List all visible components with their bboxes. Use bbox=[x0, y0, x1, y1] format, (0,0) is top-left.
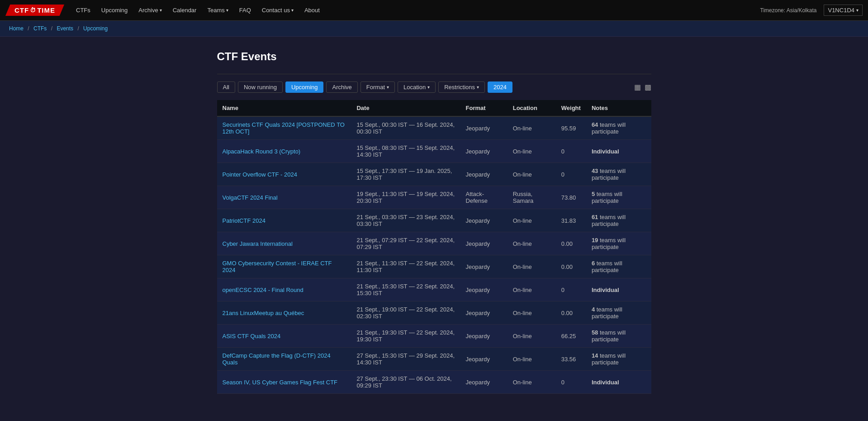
filter-now-running[interactable]: Now running bbox=[238, 81, 283, 93]
filter-archive[interactable]: Archive bbox=[326, 81, 357, 93]
nav-upcoming[interactable]: Upcoming bbox=[97, 5, 133, 15]
event-date: 27 Sept., 15:30 IST — 29 Sept. 2024, 14:… bbox=[351, 348, 460, 371]
events-table: Name Date Format Location Weight Notes S… bbox=[217, 100, 651, 394]
event-weight: 0.00 bbox=[556, 255, 586, 278]
navbar-right: Timezone: Asia/Kolkata V1NC1D4 bbox=[760, 5, 863, 16]
event-date: 15 Sept., 00:30 IST — 16 Sept. 2024, 00:… bbox=[351, 116, 460, 140]
event-format: Jeopardy bbox=[460, 209, 508, 232]
event-format: Jeopardy bbox=[460, 301, 508, 325]
main-content: CTF Events All Now running Upcoming Arch… bbox=[208, 50, 660, 394]
event-location: On-line bbox=[508, 209, 556, 232]
event-name-cell: Securinets CTF Quals 2024 [POSTPONED TO … bbox=[217, 116, 351, 140]
event-name-link[interactable]: openECSC 2024 - Final Round bbox=[223, 287, 304, 293]
event-notes: 6 teams will participate bbox=[586, 255, 651, 278]
event-location: On-line bbox=[508, 348, 556, 371]
event-name-cell: PatriotCTF 2024 bbox=[217, 209, 351, 232]
col-format: Format bbox=[460, 100, 508, 116]
event-name-link[interactable]: DefCamp Capture the Flag (D-CTF) 2024 Qu… bbox=[223, 352, 331, 366]
filter-all[interactable]: All bbox=[217, 81, 235, 93]
rss-icon[interactable]: ▦ bbox=[634, 83, 641, 91]
event-name-link[interactable]: AlpacaHack Round 3 (Crypto) bbox=[223, 148, 301, 155]
event-name-link[interactable]: GMO Cybersecurity Contest - IERAE CTF 20… bbox=[223, 260, 332, 273]
event-name-link[interactable]: 21ans LinuxMeetup au Québec bbox=[223, 310, 304, 316]
event-format: Jeopardy bbox=[460, 348, 508, 371]
filter-format[interactable]: Format bbox=[360, 81, 395, 93]
nav-contact[interactable]: Contact us bbox=[257, 5, 298, 15]
event-date: 19 Sept., 11:30 IST — 19 Sept. 2024, 20:… bbox=[351, 186, 460, 209]
table-row: 21ans LinuxMeetup au Québec21 Sept., 19:… bbox=[217, 301, 651, 325]
event-name-link[interactable]: Securinets CTF Quals 2024 [POSTPONED TO … bbox=[223, 121, 345, 135]
feed-icon[interactable]: ▩ bbox=[645, 83, 651, 91]
event-name-cell: openECSC 2024 - Final Round bbox=[217, 278, 351, 301]
event-format: Jeopardy bbox=[460, 163, 508, 186]
event-name-link[interactable]: Season IV, US Cyber Games Flag Fest CTF bbox=[223, 379, 338, 386]
event-weight: 0 bbox=[556, 278, 586, 301]
event-date: 27 Sept., 23:30 IST — 06 Oct. 2024, 09:2… bbox=[351, 371, 460, 394]
event-date: 21 Sept., 11:30 IST — 22 Sept. 2024, 11:… bbox=[351, 255, 460, 278]
table-row: Pointer Overflow CTF - 202415 Sept., 17:… bbox=[217, 163, 651, 186]
nav-about[interactable]: About bbox=[300, 5, 324, 15]
nav-calendar[interactable]: Calendar bbox=[168, 5, 201, 15]
nav-ctfs[interactable]: CTFs bbox=[71, 5, 95, 15]
breadcrumb-sep-2: / bbox=[51, 25, 54, 32]
event-name-cell: Cyber Jawara International bbox=[217, 232, 351, 255]
event-name-link[interactable]: Cyber Jawara International bbox=[223, 240, 293, 247]
event-name-cell: AlpacaHack Round 3 (Crypto) bbox=[217, 140, 351, 163]
event-location: On-line bbox=[508, 278, 556, 301]
table-row: PatriotCTF 202421 Sept., 03:30 IST — 23 … bbox=[217, 209, 651, 232]
event-notes: Individual bbox=[586, 371, 651, 394]
table-row: Securinets CTF Quals 2024 [POSTPONED TO … bbox=[217, 116, 651, 140]
event-notes: Individual bbox=[586, 278, 651, 301]
breadcrumb-events[interactable]: Events bbox=[57, 25, 73, 32]
logo[interactable]: CTF ⏱ TIME bbox=[5, 5, 64, 16]
event-format: Jeopardy bbox=[460, 371, 508, 394]
event-location: On-line bbox=[508, 163, 556, 186]
event-date: 21 Sept., 15:30 IST — 22 Sept. 2024, 15:… bbox=[351, 278, 460, 301]
event-name-cell: GMO Cybersecurity Contest - IERAE CTF 20… bbox=[217, 255, 351, 278]
breadcrumb-ctfs[interactable]: CTFs bbox=[33, 25, 47, 32]
event-name-link[interactable]: VolgaCTF 2024 Final bbox=[223, 194, 278, 201]
filter-year[interactable]: 2024 bbox=[488, 81, 512, 93]
table-header: Name Date Format Location Weight Notes bbox=[217, 100, 651, 116]
filter-restrictions[interactable]: Restrictions bbox=[438, 81, 485, 93]
event-weight: 0 bbox=[556, 140, 586, 163]
event-name-link[interactable]: Pointer Overflow CTF - 2024 bbox=[223, 171, 297, 178]
event-format: Jeopardy bbox=[460, 278, 508, 301]
navbar: CTF ⏱ TIME CTFs Upcoming Archive Calenda… bbox=[0, 0, 868, 21]
filter-location[interactable]: Location bbox=[398, 81, 436, 93]
event-format: Jeopardy bbox=[460, 140, 508, 163]
filter-upcoming[interactable]: Upcoming bbox=[285, 81, 324, 93]
event-weight: 73.80 bbox=[556, 186, 586, 209]
event-weight: 0.00 bbox=[556, 232, 586, 255]
breadcrumb-sep-1: / bbox=[28, 25, 31, 32]
event-weight: 66.25 bbox=[556, 325, 586, 348]
event-notes: 58 teams will participate bbox=[586, 325, 651, 348]
event-name-link[interactable]: ASIS CTF Quals 2024 bbox=[223, 333, 281, 340]
nav-teams[interactable]: Teams bbox=[203, 5, 232, 15]
breadcrumb: Home / CTFs / Events / Upcoming bbox=[0, 21, 868, 37]
divider bbox=[217, 74, 651, 74]
event-name-link[interactable]: PatriotCTF 2024 bbox=[223, 217, 266, 224]
page-title: CTF Events bbox=[217, 50, 651, 63]
user-menu[interactable]: V1NC1D4 bbox=[824, 5, 863, 16]
event-date: 21 Sept., 19:00 IST — 22 Sept. 2024, 02:… bbox=[351, 301, 460, 325]
event-name-cell: DefCamp Capture the Flag (D-CTF) 2024 Qu… bbox=[217, 348, 351, 371]
event-date: 21 Sept., 19:30 IST — 22 Sept. 2024, 19:… bbox=[351, 325, 460, 348]
event-format: Jeopardy bbox=[460, 255, 508, 278]
event-name-cell: Season IV, US Cyber Games Flag Fest CTF bbox=[217, 371, 351, 394]
event-name-cell: VolgaCTF 2024 Final bbox=[217, 186, 351, 209]
timezone-label: Timezone: Asia/Kolkata bbox=[760, 7, 817, 14]
nav-faq[interactable]: FAQ bbox=[235, 5, 256, 15]
nav-archive[interactable]: Archive bbox=[134, 5, 166, 15]
event-notes: 4 teams will participate bbox=[586, 301, 651, 325]
table-row: GMO Cybersecurity Contest - IERAE CTF 20… bbox=[217, 255, 651, 278]
breadcrumb-upcoming[interactable]: Upcoming bbox=[83, 25, 108, 32]
breadcrumb-home[interactable]: Home bbox=[9, 25, 24, 32]
event-format: Jeopardy bbox=[460, 232, 508, 255]
table-row: ASIS CTF Quals 202421 Sept., 19:30 IST —… bbox=[217, 325, 651, 348]
event-weight: 33.56 bbox=[556, 348, 586, 371]
event-weight: 0.00 bbox=[556, 301, 586, 325]
table-row: VolgaCTF 2024 Final19 Sept., 11:30 IST —… bbox=[217, 186, 651, 209]
event-date: 21 Sept., 07:29 IST — 22 Sept. 2024, 07:… bbox=[351, 232, 460, 255]
table-row: openECSC 2024 - Final Round21 Sept., 15:… bbox=[217, 278, 651, 301]
